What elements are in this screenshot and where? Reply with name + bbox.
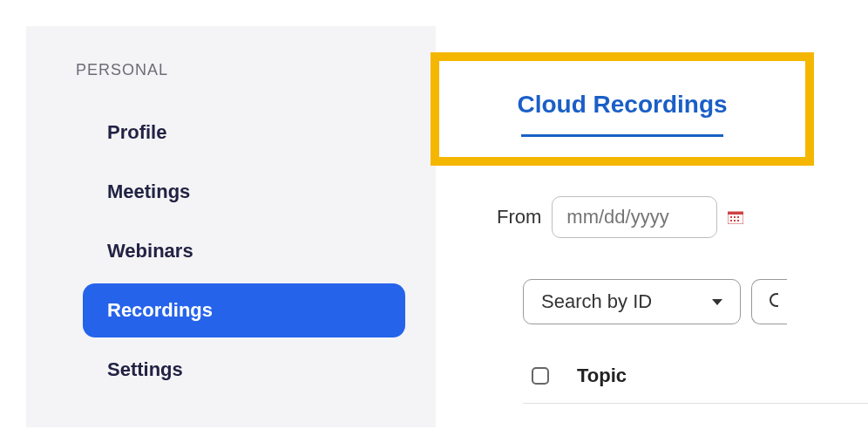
tab-cloud-recordings[interactable]: Cloud Recordings — [517, 91, 727, 119]
sidebar-item-label: Webinars — [107, 240, 193, 262]
svg-point-8 — [770, 294, 778, 306]
sidebar-item-label: Profile — [107, 121, 166, 143]
sidebar-item-webinars[interactable]: Webinars — [83, 224, 405, 278]
svg-rect-5 — [730, 220, 732, 222]
table-divider — [523, 403, 868, 404]
from-label: From — [497, 206, 541, 228]
column-header-topic: Topic — [577, 365, 627, 387]
calendar-icon[interactable] — [728, 210, 743, 224]
sidebar-item-label: Settings — [107, 358, 183, 380]
date-from-input[interactable] — [552, 196, 717, 238]
svg-rect-3 — [734, 216, 736, 218]
search-mode-select[interactable]: Search by ID — [523, 279, 741, 324]
svg-rect-7 — [737, 220, 739, 222]
search-button-partial[interactable] — [751, 279, 787, 324]
sidebar: PERSONAL Profile Meetings Webinars Recor… — [26, 26, 436, 427]
sidebar-item-profile[interactable]: Profile — [83, 106, 405, 160]
sidebar-item-settings[interactable]: Settings — [83, 343, 405, 397]
svg-rect-4 — [737, 216, 739, 218]
table-header-row: Topic — [532, 365, 627, 387]
svg-rect-6 — [734, 220, 736, 222]
svg-rect-2 — [730, 216, 732, 218]
chevron-down-icon — [712, 299, 722, 305]
svg-rect-1 — [728, 212, 743, 215]
select-all-checkbox[interactable] — [532, 367, 549, 385]
search-row: Search by ID — [523, 279, 787, 324]
search-mode-label: Search by ID — [541, 290, 652, 313]
highlight-annotation: Cloud Recordings — [431, 52, 814, 166]
date-filter-row: From — [497, 196, 743, 238]
tab-underline — [521, 134, 723, 137]
main-content: Cloud Recordings From S — [436, 0, 868, 443]
sidebar-item-meetings[interactable]: Meetings — [83, 165, 405, 219]
sidebar-item-label: Recordings — [107, 299, 213, 321]
sidebar-heading: PERSONAL — [76, 61, 418, 79]
search-icon-partial — [764, 292, 778, 311]
sidebar-item-recordings[interactable]: Recordings — [83, 283, 405, 337]
sidebar-item-label: Meetings — [107, 181, 190, 202]
